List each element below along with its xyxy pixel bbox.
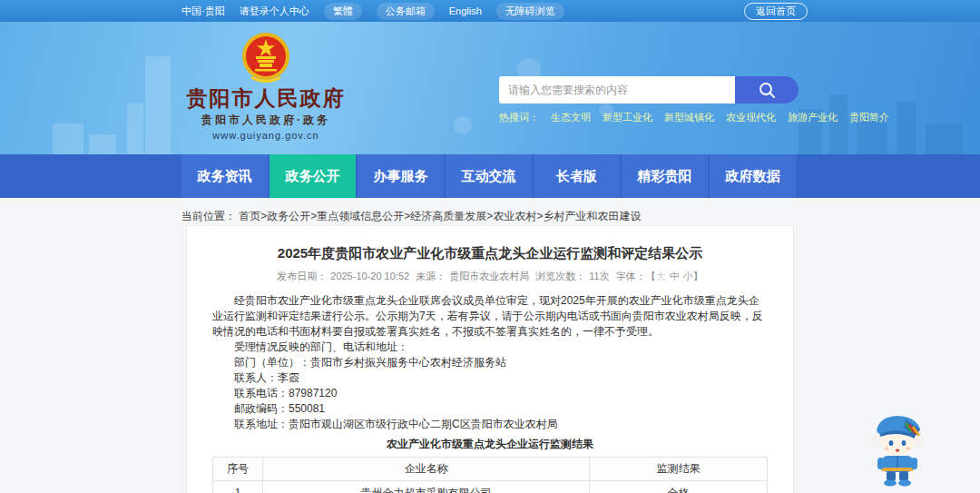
breadcrumb-path[interactable]: 首页>政务公开>重点领域信息公开>经济高质量发展>农业农村>乡村产业和农田建设 — [239, 210, 641, 222]
source-label: 来源： — [416, 271, 446, 281]
bokeh-decoration — [454, 116, 472, 134]
building-silhouette — [53, 123, 83, 154]
paragraph: 邮政编码：550081 — [212, 401, 768, 417]
hot-search-bar: 热搜词： 生态文明 新型工业化 新型城镇化 农业现代化 旅游产业化 贵阳简介 — [499, 111, 799, 124]
hot-search-term[interactable]: 生态文明 — [551, 111, 591, 124]
paragraph: 联系地址：贵阳市观山湖区市级行政中心二期C区贵阳市农业农村局 — [212, 417, 768, 432]
english-link[interactable]: English — [449, 5, 482, 16]
views-value: 11次 — [589, 271, 609, 281]
font-size-label: 字体：【 — [616, 271, 656, 281]
column-header-company: 企业名称 — [262, 458, 589, 481]
table-caption: 农业产业化市级重点龙头企业运行监测结果 — [212, 437, 768, 452]
tab-zhengfu-shuju[interactable]: 政府数据 — [710, 154, 796, 198]
cell-company: 贵州合力超市采购有限公司 — [262, 481, 589, 493]
main-navigation: 政务资讯 政务公开 办事服务 互动交流 长者版 精彩贵阳 政府数据 — [0, 154, 980, 198]
font-size-small-button[interactable]: 小 — [683, 271, 693, 281]
tab-zhangzhe-ban[interactable]: 长者版 — [534, 154, 620, 198]
return-home-button[interactable]: 返回首页 — [744, 3, 808, 20]
breadcrumb-label: 当前位置： — [181, 210, 236, 222]
building-silhouette — [89, 134, 116, 154]
hot-search-label: 热搜词： — [499, 111, 539, 124]
search-button[interactable] — [735, 76, 799, 104]
building-silhouette — [897, 102, 916, 154]
official-mailbox-link[interactable]: 公务邮箱 — [377, 3, 435, 20]
font-size-label-close: 】 — [693, 271, 703, 281]
hot-search-term[interactable]: 新型城镇化 — [664, 111, 714, 124]
top-utility-bar: 中国·贵阳 请登录个人中心 繁體 公务邮箱 English 无障碍浏览 返回首页 — [0, 0, 980, 22]
publish-date-label: 发布日期： — [277, 271, 327, 281]
article-title: 2025年度贵阳市农业产业化市级重点龙头企业运行监测和评定结果公示 — [212, 244, 768, 261]
traditional-chinese-button[interactable]: 繁體 — [324, 3, 362, 20]
hot-search-term[interactable]: 贵阳简介 — [849, 111, 889, 124]
article-body: 经贵阳市农业产业化市级重点龙头企业联席会议成员单位审定，现对2025年开展的农业… — [212, 293, 768, 432]
building-silhouette — [145, 56, 171, 154]
search-input[interactable] — [499, 76, 735, 104]
login-link[interactable]: 请登录个人中心 — [240, 5, 309, 18]
font-size-medium-button[interactable]: 中 — [670, 271, 680, 281]
site-title: 贵阳市人民政府 — [184, 87, 348, 109]
monitoring-result-table: 序号 企业名称 监测结果 1 贵州合力超市采购有限公司 合格 2 贵州友禾种业有… — [212, 457, 768, 493]
breadcrumb: 当前位置： 首页>政务公开>重点领域信息公开>经济高质量发展>农业农村>乡村产业… — [181, 209, 980, 224]
search-icon — [758, 81, 776, 99]
hot-search-term[interactable]: 农业现代化 — [726, 111, 776, 124]
accessibility-link[interactable]: 无障碍浏览 — [496, 3, 564, 20]
tab-zhengwu-gongkai[interactable]: 政务公开 — [270, 154, 356, 198]
paragraph: 部门（单位）：贵阳市乡村振兴服务中心农村经济服务站 — [212, 355, 768, 370]
site-subtitle: 贵阳市人民政府·政务 — [184, 113, 348, 128]
font-size-large-button[interactable]: 大 — [656, 271, 666, 281]
paragraph: 联系人：李霞 — [212, 370, 768, 386]
column-header-index: 序号 — [213, 458, 263, 481]
views-label: 浏览次数： — [535, 271, 585, 281]
building-silhouette — [926, 123, 962, 154]
main-content-area: 当前位置： 首页>政务公开>重点领域信息公开>经济高质量发展>农业农村>乡村产业… — [0, 198, 980, 493]
tab-zhengwu-zixun[interactable]: 政务资讯 — [181, 154, 268, 198]
site-url: www.guiyang.gov.cn — [184, 130, 348, 141]
hot-search-term[interactable]: 旅游产业化 — [788, 111, 838, 124]
cell-index: 1 — [213, 481, 263, 493]
region-link[interactable]: 中国·贵阳 — [181, 5, 225, 18]
building-silhouette — [127, 104, 143, 154]
national-emblem-icon — [240, 31, 291, 85]
column-header-result: 监测结果 — [590, 458, 768, 481]
paragraph: 受理情况反映的部门、电话和地址： — [212, 340, 768, 355]
tab-banshi-fuwu[interactable]: 办事服务 — [358, 154, 444, 198]
site-banner: 贵阳市人民政府 贵阳市人民政府·政务 www.guiyang.gov.cn 热搜… — [0, 22, 980, 154]
table-header-row: 序号 企业名称 监测结果 — [213, 458, 768, 481]
table-row: 1 贵州合力超市采购有限公司 合格 — [213, 481, 768, 493]
article-card: 2025年度贵阳市农业产业化市级重点龙头企业运行监测和评定结果公示 发布日期：2… — [186, 225, 794, 493]
tab-jingcai-guiyang[interactable]: 精彩贵阳 — [622, 154, 708, 198]
tab-hudong-jiaoliu[interactable]: 互动交流 — [446, 154, 532, 198]
paragraph: 联系电话：87987120 — [212, 386, 768, 401]
cell-result: 合格 — [590, 481, 768, 493]
building-silhouette — [829, 94, 848, 154]
assistant-mascot-icon[interactable] — [869, 408, 926, 488]
hot-search-term[interactable]: 新型工业化 — [603, 111, 652, 124]
publish-date: 2025-10-20 10:52 — [330, 271, 409, 281]
source-value: 贵阳市农业农村局 — [449, 271, 529, 281]
article-meta: 发布日期：2025-10-20 10:52 来源：贵阳市农业农村局 浏览次数：1… — [212, 270, 768, 283]
site-logo[interactable]: 贵阳市人民政府 贵阳市人民政府·政务 www.guiyang.gov.cn — [184, 31, 348, 141]
paragraph: 经贵阳市农业产业化市级重点龙头企业联席会议成员单位审定，现对2025年开展的农业… — [212, 293, 768, 340]
